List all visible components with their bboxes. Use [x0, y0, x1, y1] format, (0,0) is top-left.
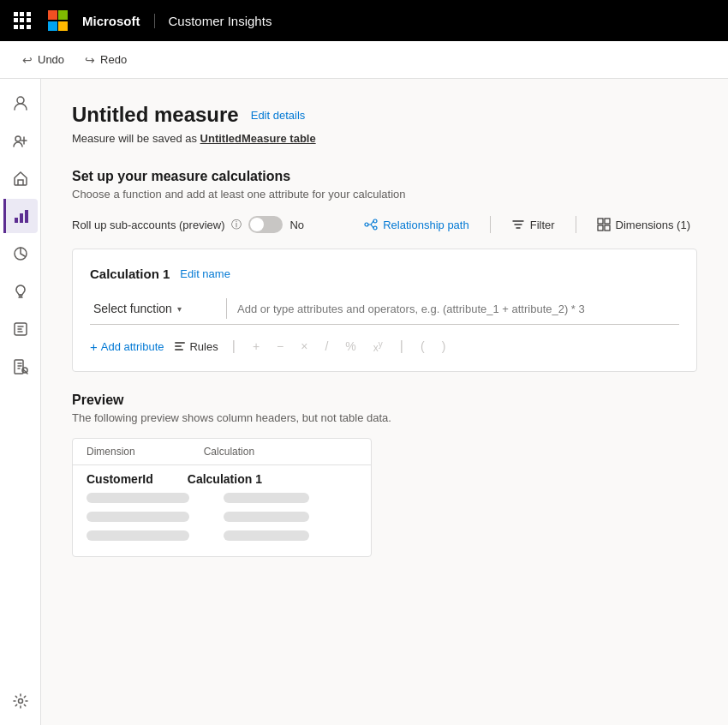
svg-point-12 — [373, 226, 377, 230]
svg-rect-18 — [175, 345, 182, 347]
sidebar-item-insights[interactable] — [3, 199, 38, 233]
calc-title: Calculation 1 — [90, 267, 170, 281]
add-attribute-button[interactable]: + Add attribute — [90, 339, 164, 354]
undo-label: Undo — [38, 53, 64, 66]
preview-title: Preview — [72, 392, 697, 408]
operator-plus[interactable]: + — [249, 339, 263, 353]
relationship-path-button[interactable]: Relationship path — [357, 214, 475, 235]
formula-input[interactable] — [227, 299, 679, 319]
svg-rect-19 — [175, 349, 183, 351]
svg-rect-15 — [598, 225, 603, 231]
separator-1 — [490, 216, 491, 233]
col-dimension-header: Dimension — [87, 446, 135, 458]
reports-icon — [12, 358, 29, 375]
sidebar-item-contacts[interactable] — [3, 123, 38, 158]
segments-icon — [12, 245, 29, 262]
toggle-no-label: No — [289, 219, 304, 231]
filter-icon — [511, 218, 525, 231]
topbar: Microsoft Customer Insights — [0, 0, 728, 41]
app-name: Microsoft — [82, 14, 140, 28]
sidebar-item-ideas[interactable] — [3, 274, 38, 309]
toolbar: ↩ Undo ↪ Redo — [0, 41, 728, 79]
undo-button[interactable]: ↩ Undo — [14, 50, 73, 70]
relationship-path-label: Relationship path — [383, 219, 468, 231]
page-title: Untitled measure — [72, 103, 239, 127]
rules-button[interactable]: Rules — [174, 340, 218, 353]
roll-up-label: Roll up sub-accounts (preview) — [72, 219, 224, 231]
roll-up-toggle[interactable] — [248, 216, 283, 233]
filter-button[interactable]: Filter — [504, 214, 562, 235]
preview-desc: The following preview shows column heade… — [72, 411, 697, 424]
svg-point-11 — [373, 219, 377, 223]
skeleton-row-1 — [87, 493, 357, 503]
dimensions-button[interactable]: Dimensions (1) — [590, 214, 697, 235]
section-title: Set up your measure calculations — [72, 169, 697, 184]
subtitle-prefix: Measure will be saved as — [72, 132, 200, 145]
operator-percent[interactable]: % — [342, 339, 359, 353]
page-title-row: Untitled measure Edit details — [72, 103, 697, 127]
preview-data-row: CustomerId Calculation 1 — [87, 472, 357, 486]
select-function-dropdown[interactable]: Select function ▾ — [90, 298, 227, 319]
separator-2 — [576, 216, 576, 233]
operator-multiply[interactable]: × — [297, 339, 311, 353]
svg-rect-17 — [175, 342, 185, 344]
undo-icon: ↩ — [22, 53, 33, 67]
svg-rect-16 — [605, 225, 610, 231]
calculation-box: Calculation 1 Edit name Select function … — [72, 249, 697, 372]
filter-label: Filter — [530, 219, 555, 231]
sidebar-item-people[interactable] — [3, 86, 38, 120]
edit-details-link[interactable]: Edit details — [251, 109, 306, 122]
operator-power[interactable]: xy — [370, 339, 386, 354]
sidebar-item-home[interactable] — [3, 161, 38, 195]
redo-button[interactable]: ↪ Redo — [76, 50, 135, 70]
grid-icon[interactable] — [14, 12, 31, 29]
svg-rect-13 — [598, 219, 603, 224]
insights-icon — [13, 207, 30, 225]
options-right: Relationship path Filter Dimensions (1) — [357, 214, 697, 235]
calc-actions: + Add attribute Rules | + − × / % xy | (… — [90, 339, 679, 354]
options-left: Roll up sub-accounts (preview) ⓘ No — [72, 216, 304, 233]
preview-table: Dimension Calculation CustomerId Calcula… — [72, 438, 372, 557]
preview-customer-id: CustomerId — [87, 472, 153, 486]
skeleton-row-2 — [87, 512, 357, 522]
subtitle: Measure will be saved as UntitledMeasure… — [72, 132, 697, 145]
redo-icon: ↪ — [85, 53, 95, 67]
sidebar — [0, 79, 41, 725]
skeleton-dim-1 — [87, 493, 189, 503]
sidebar-item-reports[interactable] — [3, 350, 38, 384]
plus-icon: + — [90, 339, 98, 354]
redo-label: Redo — [100, 53, 127, 66]
svg-rect-7 — [15, 360, 23, 374]
operator-close-paren[interactable]: ) — [439, 339, 450, 353]
preview-table-body: CustomerId Calculation 1 — [73, 465, 371, 556]
sidebar-item-settings[interactable] — [3, 684, 38, 718]
info-icon[interactable]: ⓘ — [231, 218, 242, 232]
measures-icon — [12, 321, 29, 338]
skeleton-calc-3 — [224, 530, 309, 541]
settings-icon — [12, 692, 29, 710]
main-content: Untitled measure Edit details Measure wi… — [41, 79, 728, 725]
skeleton-dim-3 — [87, 530, 189, 541]
col-calculation-header: Calculation — [204, 446, 254, 458]
preview-table-header: Dimension Calculation — [73, 439, 371, 465]
section-desc: Choose a function and add at least one a… — [72, 188, 697, 201]
contacts-icon — [12, 132, 29, 149]
operator-minus[interactable]: − — [273, 339, 287, 353]
operator-separator-1: | — [232, 339, 236, 354]
select-function-label: Select function — [93, 302, 172, 315]
add-attribute-label: Add attribute — [101, 340, 164, 353]
skeleton-row-3 — [87, 530, 357, 541]
skeleton-calc-2 — [224, 512, 309, 522]
operator-divide[interactable]: / — [321, 339, 331, 353]
sidebar-item-segments[interactable] — [3, 237, 38, 271]
svg-point-1 — [15, 136, 21, 141]
operator-open-paren[interactable]: ( — [417, 339, 428, 353]
sidebar-item-measures[interactable] — [3, 312, 38, 346]
edit-name-link[interactable]: Edit name — [180, 267, 230, 280]
people-icon — [12, 94, 29, 111]
relationship-icon — [364, 218, 378, 231]
options-row: Roll up sub-accounts (preview) ⓘ No Rela… — [72, 214, 697, 235]
svg-point-0 — [17, 97, 24, 104]
preview-calc-value: Calculation 1 — [188, 472, 262, 486]
chevron-down-icon: ▾ — [177, 304, 182, 314]
